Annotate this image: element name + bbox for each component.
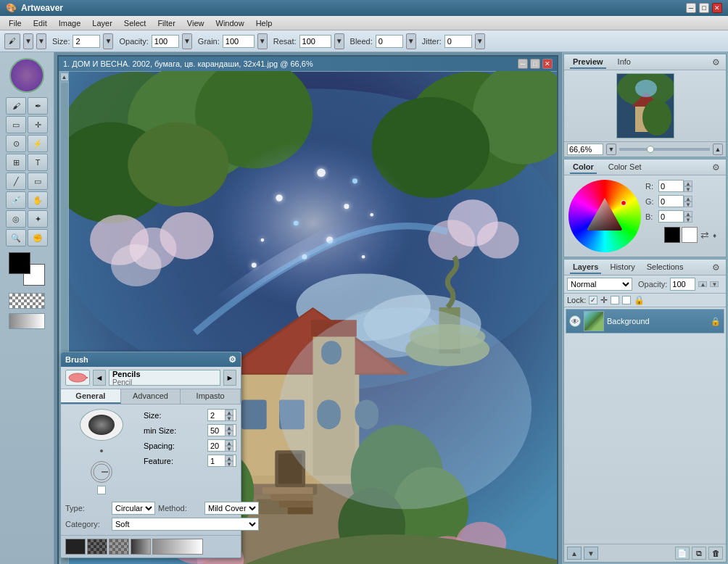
b-down-arrow[interactable]: ▼: [684, 217, 692, 223]
lock-icon[interactable]: 🔒: [634, 295, 645, 305]
lock-move-icon[interactable]: ✛: [600, 295, 608, 305]
zoom-btn[interactable]: 🔍: [6, 229, 26, 246]
sharpen-btn[interactable]: ✦: [28, 210, 48, 228]
tab-selections[interactable]: Selections: [644, 261, 687, 274]
swatch-1[interactable]: [87, 539, 107, 555]
bleed-input[interactable]: [376, 35, 403, 48]
color-triangle-svg[interactable]: [583, 194, 626, 238]
text-btn[interactable]: T: [28, 154, 48, 171]
move-btn[interactable]: ✛: [28, 116, 48, 133]
doc-close-btn[interactable]: ✕: [542, 59, 553, 69]
type-select[interactable]: Circular Square: [112, 502, 155, 515]
min-size-up[interactable]: ▲: [225, 425, 233, 431]
method-select[interactable]: Mild Cover Cover: [204, 502, 259, 515]
fg-color-swatch[interactable]: [664, 227, 680, 243]
min-size-down[interactable]: ▼: [225, 431, 233, 436]
brush-tool-btn[interactable]: 🖌: [6, 97, 26, 115]
g-up-arrow[interactable]: ▲: [684, 196, 692, 202]
minimize-button[interactable]: ─: [686, 3, 696, 13]
swatch-0[interactable]: [65, 539, 86, 555]
menu-image[interactable]: Image: [53, 17, 87, 29]
tab-color-set[interactable]: Color Set: [605, 161, 645, 174]
new-layer-btn[interactable]: 📄: [675, 547, 690, 560]
clone-tool-btn[interactable]: ✒: [28, 97, 48, 115]
magic-wand-btn[interactable]: ⚡: [28, 135, 48, 152]
pattern-swatch[interactable]: [9, 293, 45, 309]
zoom-input[interactable]: [567, 144, 603, 155]
layers-settings-icon[interactable]: ⚙: [712, 262, 720, 273]
swatch-3[interactable]: [131, 539, 151, 555]
lasso-btn[interactable]: ⊙: [6, 135, 26, 152]
select-rect-btn[interactable]: ▭: [6, 116, 26, 133]
feature-down[interactable]: ▼: [225, 461, 233, 467]
menu-edit[interactable]: Edit: [28, 17, 53, 29]
brush-option-icon[interactable]: ▼: [36, 33, 46, 49]
opacity-up[interactable]: ▲: [698, 281, 707, 287]
menu-select[interactable]: Select: [118, 17, 152, 29]
eyedropper-btn[interactable]: 💉: [6, 191, 26, 209]
exchange-icon[interactable]: ⬧: [712, 230, 717, 240]
brush-settings-icon[interactable]: ⚙: [228, 354, 236, 365]
brush-checkbox[interactable]: [97, 486, 106, 494]
category-select[interactable]: Soft Hard: [112, 518, 259, 531]
jitter-dropdown-icon[interactable]: ▼: [475, 33, 485, 49]
menu-view[interactable]: View: [181, 17, 210, 29]
color-wheel-container[interactable]: [568, 180, 641, 252]
swatch-4[interactable]: [152, 539, 203, 555]
spacing-up[interactable]: ▲: [225, 440, 233, 446]
brush-tab-impasto[interactable]: Impasto: [181, 389, 241, 404]
color-picker-dot[interactable]: [621, 200, 626, 206]
grain-input[interactable]: [223, 35, 255, 48]
resat-dropdown-icon[interactable]: ▼: [334, 33, 344, 49]
scroll-up-btn[interactable]: ▲: [60, 72, 69, 81]
brush-tab-advanced[interactable]: Advanced: [121, 389, 181, 404]
jitter-input[interactable]: [444, 35, 472, 48]
zoom-expand-icon[interactable]: ▲: [713, 144, 723, 155]
resat-input[interactable]: [299, 35, 331, 48]
menu-file[interactable]: File: [3, 17, 28, 29]
bg-color-swatch[interactable]: [682, 227, 698, 243]
brush-prev-btn[interactable]: ◄: [93, 370, 106, 386]
zoom-slider-thumb[interactable]: [647, 146, 654, 153]
doc-maximize-btn[interactable]: □: [530, 59, 540, 69]
spacing-down[interactable]: ▼: [225, 446, 233, 452]
menu-help[interactable]: Help: [250, 17, 278, 29]
gradient-swatch[interactable]: [9, 313, 45, 329]
smudge-btn[interactable]: ✋: [28, 191, 48, 209]
zoom-dropdown-icon[interactable]: ▼: [606, 144, 616, 155]
transform-btn[interactable]: ⊞: [6, 154, 26, 171]
r-up-arrow[interactable]: ▲: [684, 181, 692, 186]
min-size-arrows[interactable]: ▲ ▼: [225, 425, 233, 436]
size-param-value[interactable]: 2 ▲ ▼: [207, 409, 236, 421]
spacing-value[interactable]: 20 ▲ ▼: [207, 439, 236, 452]
maximize-button[interactable]: □: [699, 3, 709, 13]
feature-arrows[interactable]: ▲ ▼: [225, 455, 233, 467]
close-button[interactable]: ✕: [712, 3, 722, 13]
dropdown-arrow-icon[interactable]: ▼: [23, 33, 33, 49]
tab-color[interactable]: Color: [570, 161, 597, 174]
color-wheel-inner[interactable]: [583, 194, 626, 238]
spacing-arrows[interactable]: ▲ ▼: [225, 440, 233, 452]
doc-minimize-btn[interactable]: ─: [518, 59, 528, 69]
tab-info[interactable]: Info: [615, 56, 634, 69]
foreground-color[interactable]: [9, 252, 30, 274]
opacity-down[interactable]: ▼: [710, 281, 719, 287]
g-input[interactable]: [658, 195, 684, 207]
color-settings-icon[interactable]: ⚙: [712, 162, 720, 173]
delete-layer-btn[interactable]: 🗑: [708, 547, 723, 560]
size-arrows[interactable]: ▲ ▼: [225, 410, 233, 421]
duplicate-layer-btn[interactable]: ⧉: [692, 547, 706, 560]
menu-layer[interactable]: Layer: [86, 17, 118, 29]
min-size-value[interactable]: 50 ▲ ▼: [207, 424, 236, 436]
b-up-arrow[interactable]: ▲: [684, 211, 692, 217]
tab-layers[interactable]: Layers: [570, 261, 601, 274]
brush-icon-preview[interactable]: [65, 370, 90, 386]
tab-preview[interactable]: Preview: [570, 56, 606, 69]
b-input[interactable]: [658, 210, 684, 223]
scroll-layers-up-btn[interactable]: ▲: [567, 547, 582, 560]
layer-item-background[interactable]: 👁 Background 🔒: [566, 309, 724, 333]
lock-transparency-check[interactable]: ✓: [589, 296, 597, 304]
opacity-input[interactable]: [152, 35, 179, 48]
opacity-dropdown-icon[interactable]: ▼: [182, 33, 192, 49]
tab-history[interactable]: History: [607, 261, 637, 274]
